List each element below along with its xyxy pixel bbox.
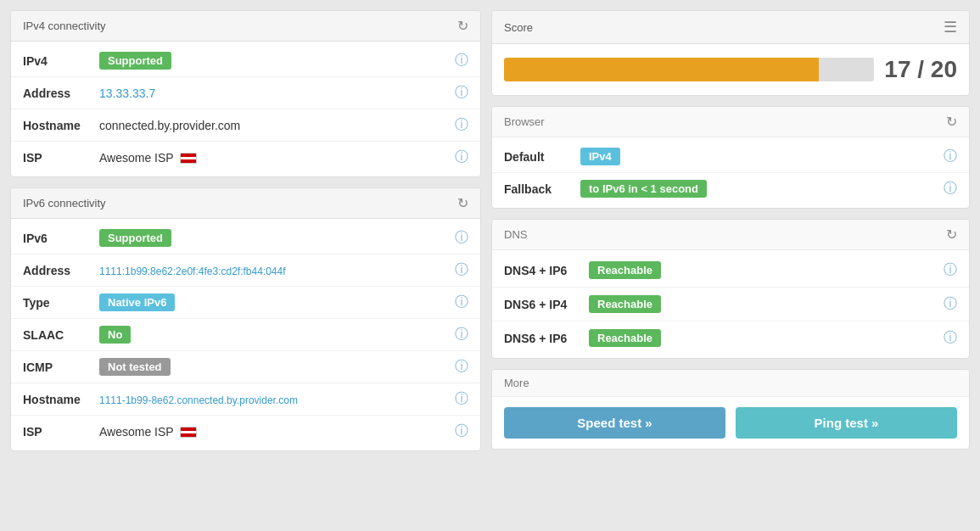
- ipv4-supported-badge: Supported: [99, 52, 171, 70]
- browser-fallback-badge: to IPv6 in < 1 second: [580, 180, 707, 198]
- ipv4-help-icon[interactable]: ⓘ: [455, 52, 468, 70]
- score-card: Score ☰ 17 / 20: [491, 10, 970, 96]
- table-row: IPv6 Supported ⓘ: [11, 222, 480, 254]
- dns6-ip4-badge: Reachable: [589, 295, 661, 313]
- browser-refresh-icon[interactable]: ↻: [946, 114, 957, 130]
- ipv6-address-value: 1111:1b99:8e62:2e0f:4fe3:cd2f:fb44:044f: [99, 264, 455, 277]
- table-row: Default IPv4 ⓘ: [492, 141, 969, 173]
- ipv4-label: IPv4: [23, 54, 99, 68]
- score-bar-container: 17 / 20: [492, 44, 969, 95]
- dns-header: DNS ↻: [492, 220, 969, 250]
- ipv4-hostname-value: connected.by.provider.com: [99, 119, 455, 132]
- ipv6-hostname-link[interactable]: 1111-1b99-8e62.connected.by.provider.com: [99, 394, 298, 406]
- table-row: ISP Awesome ISP ⓘ: [11, 142, 480, 173]
- speed-test-button[interactable]: Speed test »: [504, 407, 725, 439]
- list-icon[interactable]: ☰: [944, 18, 957, 36]
- ipv6-type-value: Native IPv6: [99, 293, 455, 311]
- ipv4-value: Supported: [99, 52, 455, 70]
- browser-fallback-help-icon[interactable]: ⓘ: [944, 180, 957, 198]
- ipv4-isp-label: ISP: [23, 151, 99, 165]
- browser-body: Default IPv4 ⓘ Fallback to IPv6 in < 1 s…: [492, 137, 969, 208]
- ipv4-card: IPv4 connectivity ↻ IPv4 Supported ⓘ Add…: [10, 10, 481, 177]
- more-card: More Speed test » Ping test »: [491, 369, 970, 450]
- score-bar-fill: [504, 58, 819, 81]
- ipv4-address-help-icon[interactable]: ⓘ: [455, 84, 468, 102]
- nl-flag-icon-2: [180, 427, 197, 438]
- ipv6-value: Supported: [99, 229, 455, 247]
- ipv6-hostname-help-icon[interactable]: ⓘ: [455, 390, 468, 408]
- dns-refresh-icon[interactable]: ↻: [946, 226, 957, 243]
- dns4-ip6-help-icon[interactable]: ⓘ: [944, 261, 957, 279]
- ipv4-refresh-icon[interactable]: ↻: [457, 18, 468, 34]
- ipv6-hostname-label: Hostname: [23, 393, 99, 406]
- dns-body: DNS4 + IP6 Reachable ⓘ DNS6 + IP4 Reacha…: [492, 250, 969, 358]
- ipv4-title: IPv4 connectivity: [23, 20, 106, 32]
- dns4-ip6-badge: Reachable: [589, 261, 661, 279]
- ipv6-card: IPv6 connectivity ↻ IPv6 Supported ⓘ Add…: [10, 187, 481, 451]
- ipv6-icmp-value: Not tested: [99, 358, 455, 376]
- ipv6-refresh-icon[interactable]: ↻: [457, 195, 468, 211]
- dns6-ip6-label: DNS6 + IP6: [504, 332, 589, 345]
- table-row: DNS6 + IP4 Reachable ⓘ: [492, 288, 969, 321]
- table-row: Type Native IPv6 ⓘ: [11, 287, 480, 319]
- browser-fallback-value: to IPv6 in < 1 second: [580, 180, 944, 198]
- more-header: More: [492, 370, 969, 397]
- more-title: More: [504, 377, 529, 389]
- ipv6-help-icon[interactable]: ⓘ: [455, 229, 468, 247]
- ipv6-type-label: Type: [23, 296, 99, 310]
- browser-card: Browser ↻ Default IPv4 ⓘ Fallback to IPv…: [491, 106, 970, 209]
- table-row: SLAAC No ⓘ: [11, 319, 480, 351]
- ipv4-isp-help-icon[interactable]: ⓘ: [455, 148, 468, 166]
- ipv4-body: IPv4 Supported ⓘ Address 13.33.33.7 ⓘ Ho…: [11, 42, 480, 176]
- score-bar-track: [504, 58, 874, 81]
- ipv4-address-link[interactable]: 13.33.33.7: [99, 87, 155, 100]
- table-row: Address 13.33.33.7 ⓘ: [11, 77, 480, 109]
- ipv4-isp-value: Awesome ISP: [99, 151, 455, 165]
- ipv6-header: IPv6 connectivity ↻: [11, 188, 480, 219]
- browser-default-badge: IPv4: [580, 148, 620, 165]
- score-title: Score: [504, 21, 533, 34]
- ipv6-isp-value: Awesome ISP: [99, 425, 455, 439]
- ipv6-body: IPv6 Supported ⓘ Address 1111:1b99:8e62:…: [11, 219, 480, 450]
- score-header: Score ☰: [492, 11, 969, 44]
- table-row: Hostname connected.by.provider.com ⓘ: [11, 109, 480, 142]
- ipv6-address-help-icon[interactable]: ⓘ: [455, 261, 468, 279]
- browser-fallback-label: Fallback: [504, 182, 580, 196]
- ipv6-slaac-label: SLAAC: [23, 328, 99, 342]
- ipv6-address-link[interactable]: 1111:1b99:8e62:2e0f:4fe3:cd2f:fb44:044f: [99, 266, 286, 277]
- dns-card: DNS ↻ DNS4 + IP6 Reachable ⓘ DNS6 + IP4 …: [491, 219, 970, 359]
- table-row: ICMP Not tested ⓘ: [11, 351, 480, 383]
- dns6-ip4-label: DNS6 + IP4: [504, 298, 589, 311]
- browser-default-help-icon[interactable]: ⓘ: [944, 148, 957, 165]
- table-row: ISP Awesome ISP ⓘ: [11, 416, 480, 447]
- table-row: IPv4 Supported ⓘ: [11, 45, 480, 77]
- browser-header: Browser ↻: [492, 107, 969, 137]
- table-row: DNS6 + IP6 Reachable ⓘ: [492, 321, 969, 355]
- more-buttons-container: Speed test » Ping test »: [492, 397, 969, 449]
- table-row: Address 1111:1b99:8e62:2e0f:4fe3:cd2f:fb…: [11, 254, 480, 287]
- browser-title: Browser: [504, 115, 545, 128]
- ipv6-slaac-help-icon[interactable]: ⓘ: [455, 326, 468, 344]
- ipv6-address-label: Address: [23, 264, 99, 277]
- dns6-ip6-value: Reachable: [589, 329, 944, 347]
- score-text: 17 / 20: [884, 56, 957, 83]
- browser-default-label: Default: [504, 150, 580, 164]
- dns6-ip4-help-icon[interactable]: ⓘ: [944, 295, 957, 313]
- ipv4-hostname-label: Hostname: [23, 119, 99, 132]
- dns-title: DNS: [504, 228, 527, 241]
- table-row: Fallback to IPv6 in < 1 second ⓘ: [492, 173, 969, 204]
- ipv6-supported-badge: Supported: [99, 229, 171, 247]
- ipv6-type-help-icon[interactable]: ⓘ: [455, 293, 468, 311]
- ipv6-hostname-value: 1111-1b99-8e62.connected.by.provider.com: [99, 393, 455, 406]
- ipv6-label: IPv6: [23, 232, 99, 245]
- ipv6-isp-help-icon[interactable]: ⓘ: [455, 422, 468, 440]
- ipv6-type-badge: Native IPv6: [99, 293, 175, 311]
- dns4-ip6-value: Reachable: [589, 261, 944, 279]
- dns6-ip6-help-icon[interactable]: ⓘ: [944, 329, 957, 347]
- ipv4-hostname-help-icon[interactable]: ⓘ: [455, 116, 468, 134]
- table-row: DNS4 + IP6 Reachable ⓘ: [492, 254, 969, 288]
- ipv6-icmp-help-icon[interactable]: ⓘ: [455, 358, 468, 376]
- ping-test-button[interactable]: Ping test »: [736, 407, 957, 439]
- ipv6-slaac-value: No: [99, 326, 455, 344]
- ipv6-icmp-label: ICMP: [23, 361, 99, 374]
